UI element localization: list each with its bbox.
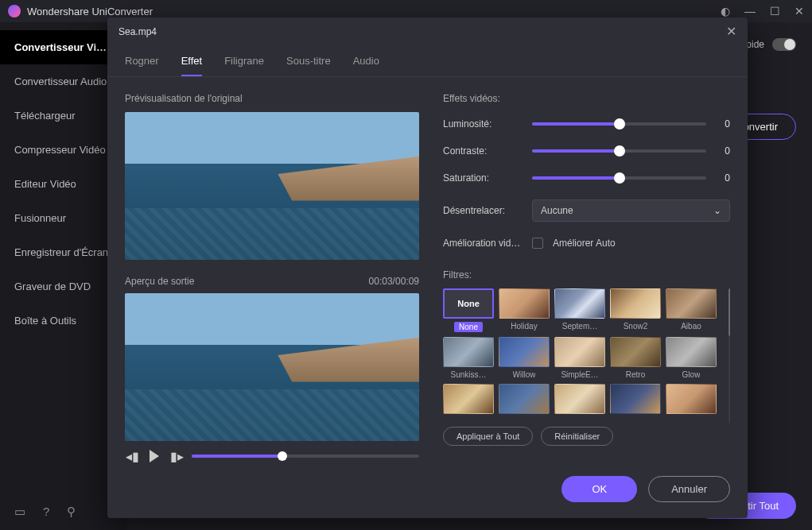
filter-label: Snow2	[624, 322, 648, 331]
contrast-value: 0	[716, 145, 730, 157]
app-name: Wondershare UniConverter	[27, 6, 153, 17]
output-preview	[125, 293, 419, 441]
filters-grid: NoneNoneHolidaySeptem…Snow2AibaoSunkiss……	[443, 288, 730, 414]
filter-label: Retro	[626, 370, 645, 379]
brightness-label: Luminosité:	[443, 118, 523, 130]
original-preview	[125, 112, 419, 260]
filters-scrollbar[interactable]	[728, 288, 730, 424]
timecode: 00:03/00:09	[369, 276, 419, 287]
filter-label: Septem…	[562, 322, 597, 331]
enhance-auto-checkbox[interactable]	[532, 238, 543, 249]
filter-thumb	[554, 288, 605, 319]
filter-label: Aibao	[681, 322, 701, 331]
filter-item-Willow[interactable]: Willow	[499, 337, 550, 379]
prev-frame-button[interactable]: ◂▮	[125, 449, 139, 463]
close-icon[interactable]: ✕	[795, 5, 804, 17]
filter-thumb	[443, 384, 494, 414]
filter-thumb: None	[443, 288, 494, 319]
maximize-icon[interactable]: ☐	[770, 5, 780, 17]
filter-thumb	[499, 337, 550, 367]
filter-thumb	[499, 288, 550, 319]
brightness-slider[interactable]	[532, 122, 706, 126]
user-icon[interactable]: ⚲	[67, 505, 76, 519]
reset-button[interactable]: Réinitialiser	[541, 427, 613, 446]
modal-close-icon[interactable]: ✕	[726, 24, 736, 39]
filter-label: Willow	[513, 370, 536, 379]
book-icon[interactable]: ▭	[14, 505, 25, 519]
filter-thumb	[666, 288, 717, 319]
enhance-auto-label: Améliorer Auto	[553, 238, 616, 249]
filter-item-SimpleE…[interactable]: SimpleE…	[554, 337, 605, 379]
tab-effect[interactable]: Effet	[181, 50, 203, 76]
saturation-label: Saturation:	[443, 172, 523, 184]
saturation-slider[interactable]	[532, 176, 706, 180]
filter-item-None[interactable]: NoneNone	[443, 288, 494, 332]
next-frame-button[interactable]: ▮▸	[169, 449, 184, 463]
saturation-value: 0	[716, 172, 730, 184]
filter-label: SimpleE…	[561, 370, 598, 379]
filter-item-unnamed[interactable]	[666, 384, 717, 414]
filter-item-Retro[interactable]: Retro	[610, 337, 661, 379]
help-icon[interactable]: ?	[43, 505, 49, 519]
contrast-label: Contraste:	[443, 145, 523, 157]
filter-thumb	[554, 337, 605, 367]
account-icon[interactable]: ◐	[721, 5, 730, 17]
filter-item-Holiday[interactable]: Holiday	[499, 288, 550, 332]
tab-subtitle[interactable]: Sous-titre	[286, 50, 331, 76]
filter-item-unnamed[interactable]	[554, 384, 605, 414]
output-preview-label: Aperçu de sortie	[125, 276, 194, 287]
playback-slider[interactable]	[192, 455, 419, 458]
filter-item-unnamed[interactable]	[610, 384, 661, 414]
filter-thumb	[499, 384, 550, 414]
effects-heading: Effets vidéos:	[443, 93, 730, 104]
minimize-icon[interactable]: —	[744, 5, 756, 17]
filter-item-Glow[interactable]: Glow	[666, 337, 717, 379]
original-preview-label: Prévisualisation de l'original	[125, 93, 419, 104]
apply-all-button[interactable]: Appliquer à Tout	[443, 427, 533, 446]
filter-label: Glow	[682, 370, 701, 379]
ok-button[interactable]: OK	[561, 476, 637, 502]
deinterlace-label: Désentrelacer:	[443, 205, 523, 216]
deinterlace-select[interactable]: Aucune ⌄	[532, 199, 730, 222]
filter-item-unnamed[interactable]	[499, 384, 550, 414]
chevron-down-icon: ⌄	[713, 205, 721, 216]
fast-convert-toggle[interactable]	[772, 38, 796, 51]
tab-watermark[interactable]: Filigrane	[224, 50, 264, 76]
filter-thumb	[443, 337, 494, 367]
filter-thumb	[666, 384, 717, 414]
enhance-label: Amélioration vid…	[443, 238, 523, 249]
brightness-value: 0	[716, 118, 730, 130]
filter-item-Snow2[interactable]: Snow2	[610, 288, 661, 332]
deinterlace-value: Aucune	[541, 205, 573, 216]
filter-item-Aibao[interactable]: Aibao	[666, 288, 717, 332]
filter-item-Sunkiss…[interactable]: Sunkiss…	[443, 337, 494, 379]
filter-item-Septem…[interactable]: Septem…	[554, 288, 605, 332]
filter-thumb	[610, 288, 661, 319]
filter-label: Holiday	[511, 322, 537, 331]
app-logo-icon	[8, 5, 21, 17]
modal-filename: Sea.mp4	[118, 26, 157, 37]
filter-thumb	[610, 337, 661, 367]
filter-label: Sunkiss…	[450, 370, 486, 379]
window-controls: ◐ — ☐ ✕	[721, 5, 804, 17]
filter-thumb	[610, 384, 661, 414]
contrast-slider[interactable]	[532, 149, 706, 153]
tab-audio[interactable]: Audio	[353, 50, 379, 76]
filters-label: Filtres:	[443, 269, 730, 280]
filter-thumb	[554, 384, 605, 414]
tab-crop[interactable]: Rogner	[125, 50, 159, 76]
cancel-button[interactable]: Annuler	[648, 476, 730, 502]
modal-tabs: Rogner Effet Filigrane Sous-titre Audio	[107, 45, 748, 77]
filter-thumb	[666, 337, 717, 367]
filter-item-unnamed[interactable]	[443, 384, 494, 414]
play-button[interactable]	[147, 449, 161, 463]
effect-modal: Sea.mp4 ✕ Rogner Effet Filigrane Sous-ti…	[107, 17, 748, 518]
filter-label: None	[454, 322, 483, 332]
